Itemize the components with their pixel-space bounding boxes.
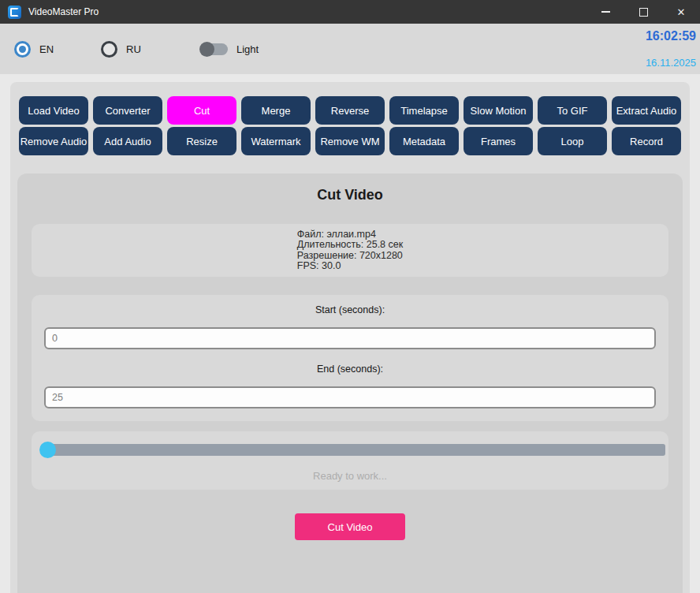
lang-ru-label: RU	[126, 43, 141, 55]
file-info-name: Файл: эллаи.mp4	[297, 229, 403, 240]
maximize-button[interactable]	[624, 0, 662, 24]
clock-date: 16.11.2025	[646, 57, 696, 69]
progress-box: Ready to work...	[32, 431, 668, 490]
start-seconds-label: Start (seconds):	[32, 304, 668, 315]
close-button[interactable]: ✕	[662, 0, 700, 24]
toolbar-button-converter[interactable]: Converter	[93, 96, 162, 125]
toolbar-button-remove-audio[interactable]: Remove Audio	[19, 127, 88, 155]
toolbar-button-reverse[interactable]: Reverse	[315, 96, 385, 125]
progress-slider-handle[interactable]	[39, 442, 56, 458]
theme-label: Light	[236, 43, 259, 55]
cut-video-panel: Cut Video Файл: эллаи.mp4 Длительность: …	[17, 173, 683, 593]
start-seconds-input[interactable]	[44, 327, 656, 349]
panel-title: Cut Video	[17, 187, 683, 203]
logo-bracket-shape	[10, 8, 19, 17]
file-info-fps: FPS: 30.0	[297, 261, 403, 271]
file-info-box: Файл: эллаи.mp4 Длительность: 25.8 сек Р…	[32, 224, 668, 277]
toggle-knob-icon	[199, 42, 214, 57]
titlebar: VideoMaster Pro ✕	[0, 0, 700, 24]
lang-option-en[interactable]: EN	[14, 24, 54, 74]
toolbar-button-to-gif[interactable]: To GIF	[538, 96, 607, 125]
radio-en-icon[interactable]	[14, 41, 31, 58]
lang-en-label: EN	[39, 43, 54, 55]
toolbar-button-timelapse[interactable]: Timelapse	[389, 96, 459, 125]
window-title: VideoMaster Pro	[28, 6, 99, 17]
radio-dot	[19, 46, 26, 53]
toolbar-button-load-video[interactable]: Load Video	[19, 96, 88, 125]
minimize-icon	[601, 11, 610, 13]
cut-video-action-button[interactable]: Cut Video	[295, 513, 405, 540]
toolbar-button-frames[interactable]: Frames	[464, 127, 533, 155]
toolbar-button-merge[interactable]: Merge	[241, 96, 311, 125]
status-text: Ready to work...	[32, 470, 668, 482]
end-seconds-input[interactable]	[44, 386, 656, 408]
maximize-icon	[639, 8, 648, 17]
toolbar-button-cut[interactable]: Cut	[167, 96, 236, 125]
time-range-box: Start (seconds): End (seconds):	[32, 295, 668, 421]
toolbar: Load Video Converter Cut Merge Reverse T…	[19, 96, 681, 155]
file-info-duration: Длительность: 25.8 сек	[297, 240, 403, 250]
end-seconds-label: End (seconds):	[32, 364, 668, 375]
theme-toggle-group[interactable]: Light	[201, 24, 259, 74]
toolbar-button-watermark[interactable]: Watermark	[241, 127, 311, 155]
file-info-resolution: Разрешение: 720x1280	[297, 251, 403, 261]
progress-slider-track[interactable]	[41, 444, 665, 456]
main-container: Load Video Converter Cut Merge Reverse T…	[10, 82, 690, 593]
header-band: EN RU Light 16:02:59 16.11.2025	[0, 24, 700, 74]
toolbar-button-remove-wm[interactable]: Remove WM	[315, 127, 385, 155]
minimize-button[interactable]	[586, 0, 624, 24]
theme-toggle[interactable]	[201, 43, 228, 55]
lang-option-ru[interactable]: RU	[101, 24, 141, 74]
toolbar-button-record[interactable]: Record	[612, 127, 681, 155]
toolbar-button-loop[interactable]: Loop	[538, 127, 607, 155]
radio-ru-icon[interactable]	[101, 41, 117, 58]
toolbar-button-extract-audio[interactable]: Extract Audio	[612, 96, 681, 125]
window-controls: ✕	[586, 0, 700, 24]
toolbar-button-slow-motion[interactable]: Slow Motion	[464, 96, 533, 125]
clock-time: 16:02:59	[646, 29, 696, 43]
app-logo-icon	[8, 6, 21, 19]
close-icon: ✕	[677, 6, 686, 18]
file-info-text: Файл: эллаи.mp4 Длительность: 25.8 сек Р…	[297, 229, 403, 272]
toolbar-button-resize[interactable]: Resize	[167, 127, 236, 155]
toolbar-button-metadata[interactable]: Metadata	[389, 127, 459, 155]
toolbar-button-add-audio[interactable]: Add Audio	[93, 127, 162, 155]
